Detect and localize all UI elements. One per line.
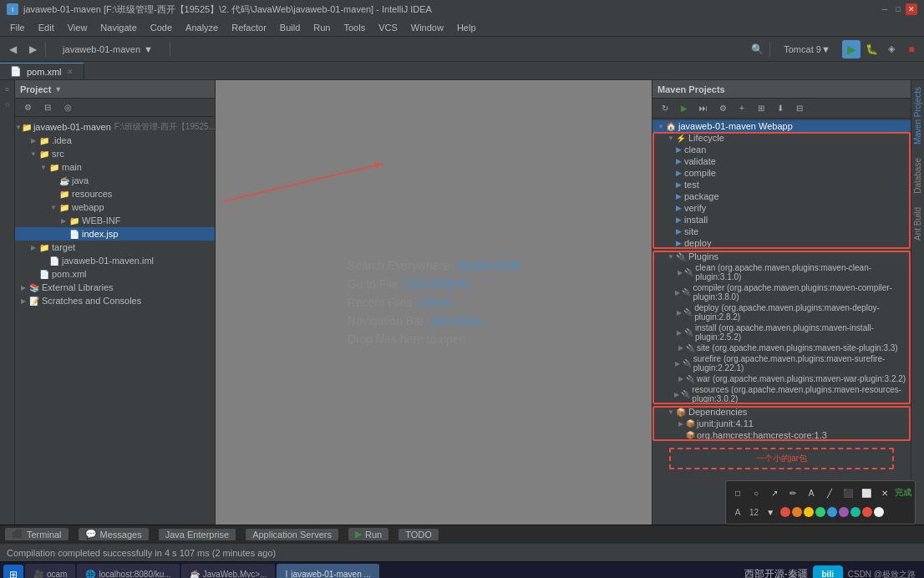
tree-item-src[interactable]: ▼ 📁 src: [15, 147, 215, 160]
start-button[interactable]: ⊞: [3, 565, 23, 579]
menu-file[interactable]: File: [3, 21, 32, 34]
font-size-arrow-icon[interactable]: ▼: [762, 504, 779, 520]
debug-button[interactable]: 🐛: [862, 40, 881, 58]
dependencies-arrow-icon[interactable]: ▼: [666, 408, 676, 416]
maven-install[interactable]: ▶ install: [652, 214, 911, 226]
expand-arrow-scratches[interactable]: ▶: [18, 297, 28, 305]
color-teal[interactable]: [850, 507, 861, 517]
close-button[interactable]: ✕: [906, 3, 917, 15]
draw-arrow-button[interactable]: ↗: [766, 484, 783, 501]
menu-code[interactable]: Code: [144, 21, 179, 34]
maven-dependencies-section[interactable]: ▼ 📦 Dependencies: [652, 406, 911, 418]
color-red2[interactable]: [862, 507, 872, 517]
maven-validate[interactable]: ▶ validate: [652, 155, 911, 167]
color-blue[interactable]: [827, 507, 837, 517]
draw-rect-button[interactable]: □: [729, 484, 746, 501]
maven-plugin-war[interactable]: ▶ 🔌 war (org.apache.maven.plugins:maven-…: [652, 373, 911, 384]
draw-text-button[interactable]: A: [803, 484, 820, 501]
maven-plugin-deploy[interactable]: ▶ 🔌 deploy (org.apache.maven.plugins:mav…: [652, 302, 911, 322]
maven-dep-hamcrest[interactable]: 📦 org.hamcrest:hamcrest-core:1.3: [652, 429, 911, 441]
java-enterprise-button[interactable]: Java Enterprise: [159, 529, 236, 540]
maven-deploy[interactable]: ▶ deploy: [652, 237, 911, 249]
maven-package[interactable]: ▶ package: [652, 190, 911, 202]
menu-view[interactable]: View: [61, 21, 94, 34]
project-dropdown[interactable]: javaweb-01-maven ▼: [49, 40, 166, 58]
plugin-war-arrow[interactable]: ▶: [676, 375, 686, 383]
title-bar-controls[interactable]: ─ □ ✕: [879, 3, 917, 15]
project-panel-settings-icon[interactable]: ⚙: [18, 99, 37, 117]
maven-collapse-icon[interactable]: ⊟: [790, 99, 809, 118]
minimize-button[interactable]: ─: [879, 3, 891, 15]
color-green[interactable]: [815, 507, 825, 517]
menu-vcs[interactable]: VCS: [372, 21, 404, 34]
tree-item-resources[interactable]: 📁 resources: [15, 187, 215, 200]
dep-junit-arrow[interactable]: ▶: [676, 420, 686, 428]
tree-item-iml[interactable]: 📄 javaweb-01-maven.iml: [15, 254, 215, 267]
taskbar-browser[interactable]: 🌐 localhost:8080/ku...: [77, 564, 179, 579]
plugins-arrow-icon[interactable]: ▼: [666, 253, 676, 261]
right-tab-database[interactable]: Database: [911, 151, 924, 200]
app-servers-button[interactable]: Application Servers: [246, 529, 338, 540]
maven-clean[interactable]: ▶ clean: [652, 144, 911, 155]
tree-item-webapp[interactable]: ▼ 📁 webapp: [15, 200, 215, 214]
expand-arrow-webapp[interactable]: ▼: [48, 204, 58, 211]
run-button[interactable]: ▶: [842, 40, 861, 58]
expand-arrow-root[interactable]: ▼: [15, 124, 22, 131]
maven-plugin-clean[interactable]: ▶ 🔌 clean (org.apache.maven.plugins:mave…: [652, 262, 911, 282]
project-panel-collapse-icon[interactable]: ⊟: [38, 99, 57, 117]
maven-root-arrow-icon[interactable]: ▼: [656, 123, 666, 130]
expand-arrow-webinf[interactable]: ▶: [58, 217, 69, 225]
menu-build[interactable]: Build: [273, 21, 307, 34]
menu-window[interactable]: Window: [404, 21, 450, 34]
expand-arrow-target[interactable]: ▶: [28, 244, 38, 251]
stop-button[interactable]: ■: [902, 40, 921, 58]
coverage-button[interactable]: ◈: [882, 40, 901, 58]
maven-compile[interactable]: ▶ compile: [652, 167, 911, 179]
draw-circle-button[interactable]: ○: [748, 484, 764, 501]
draw-line-button[interactable]: ╱: [821, 484, 838, 501]
maven-test[interactable]: ▶ test: [652, 179, 911, 190]
maven-run-icon[interactable]: ▶: [675, 99, 693, 118]
maven-refresh-icon[interactable]: ↻: [656, 99, 674, 118]
project-panel-locate-icon[interactable]: ◎: [58, 99, 77, 117]
tree-item-indexjsp[interactable]: 📄 index.jsp: [15, 227, 215, 241]
maven-plugins-section[interactable]: ▼ 🔌 Plugins: [652, 251, 911, 262]
todo-button[interactable]: TODO: [399, 529, 439, 540]
maven-plugin-site[interactable]: ▶ 🔌 site (org.apache.maven.plugins:maven…: [652, 342, 911, 353]
color-white[interactable]: [874, 507, 884, 517]
maven-add-icon[interactable]: +: [733, 99, 751, 118]
maven-download-icon[interactable]: ⬇: [771, 99, 789, 118]
menu-analyze[interactable]: Analyze: [179, 21, 225, 34]
tab-pom-xml[interactable]: 📄 pom.xml ✕: [0, 63, 84, 79]
tree-item-idea[interactable]: ▶ 📁 .idea: [15, 134, 215, 147]
maven-plugin-resources[interactable]: ▶ 🔌 resources (org.apache.maven.plugins:…: [652, 384, 911, 404]
menu-tools[interactable]: Tools: [337, 21, 372, 34]
maven-plugin-install[interactable]: ▶ 🔌 install (org.apache.maven.plugins:ma…: [652, 322, 911, 342]
tree-item-external-libs[interactable]: ▶ 📚 External Libraries: [15, 281, 215, 294]
tree-item-webinf[interactable]: ▶ 📁 WEB-INF: [15, 214, 215, 227]
search-everywhere-icon[interactable]: 🔍: [748, 40, 766, 58]
menu-run[interactable]: Run: [307, 21, 337, 34]
expand-arrow-external[interactable]: ▶: [18, 284, 28, 292]
editor-area[interactable]: Search Everywhere Double Shift Go to Fil…: [216, 80, 652, 525]
forward-button[interactable]: ▶: [23, 40, 42, 58]
plugin-clean-arrow[interactable]: ▶: [675, 269, 684, 276]
tab-close-button[interactable]: ✕: [67, 68, 74, 76]
draw-confirm-button[interactable]: 完成: [895, 484, 911, 501]
color-purple[interactable]: [839, 507, 849, 517]
expand-arrow-idea[interactable]: ▶: [28, 137, 38, 144]
plugin-compiler-arrow[interactable]: ▶: [673, 289, 682, 297]
tree-item-root[interactable]: ▼ 📁 javaweb-01-maven F:\班级管理-西开【19525...…: [15, 120, 215, 134]
maven-site[interactable]: ▶ site: [652, 226, 911, 237]
menu-help[interactable]: Help: [450, 21, 483, 34]
messages-button[interactable]: 💬 Messages: [79, 528, 149, 540]
lifecycle-arrow-icon[interactable]: ▼: [666, 134, 676, 142]
maven-plugin-compiler[interactable]: ▶ 🔌 compiler (org.apache.maven.plugins:m…: [652, 282, 911, 302]
maven-project-root[interactable]: ▼ 🏠 javaweb-01-maven Webapp: [652, 120, 911, 132]
draw-highlight-button[interactable]: ⬛: [840, 484, 856, 501]
maven-plugin-surefire[interactable]: ▶ 🔌 surefire (org.apache.maven.plugins:m…: [652, 353, 911, 373]
color-red[interactable]: [780, 507, 790, 517]
color-yellow[interactable]: [804, 507, 814, 517]
maximize-button[interactable]: □: [892, 3, 904, 15]
panel-header-dropdown-icon[interactable]: ▼: [54, 85, 62, 94]
